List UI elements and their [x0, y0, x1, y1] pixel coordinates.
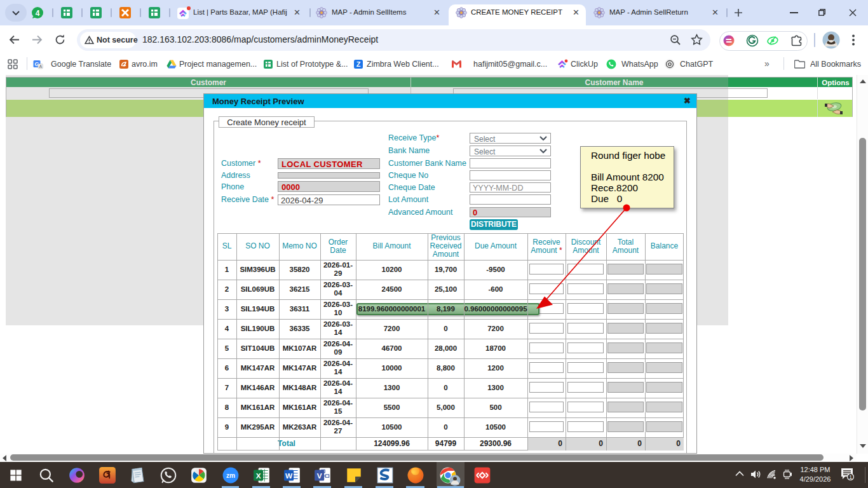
svg-text:Z: Z: [356, 60, 361, 68]
svg-text:zm: zm: [226, 472, 235, 479]
svg-text:1: 1: [849, 474, 852, 480]
svg-text:V: V: [317, 471, 322, 480]
svg-text:W: W: [285, 471, 293, 480]
svg-text:X: X: [256, 471, 261, 480]
svg-text:A: A: [39, 64, 43, 69]
svg-text:4: 4: [36, 9, 40, 18]
